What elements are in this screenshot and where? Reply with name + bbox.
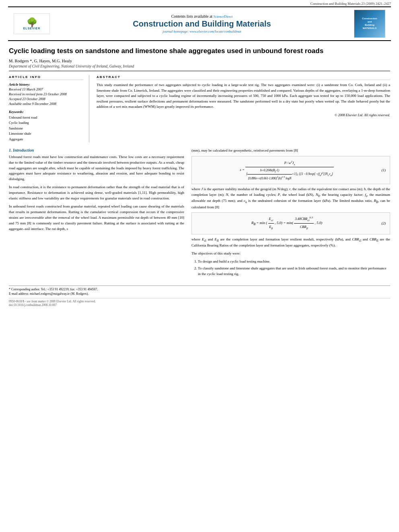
homepage-link: journal homepage: www.elsevier.com/locat…	[54, 29, 350, 33]
objective-2: To classify sandstone and limestone shal…	[198, 266, 390, 277]
contents-text: Contents lists available at	[171, 14, 212, 18]
eq1-description: where J is the aperture stability modulu…	[191, 187, 390, 210]
article-info-abstract-section: ARTICLE INFO Article history: Received 1…	[9, 75, 390, 142]
eq2-label: (2)	[378, 221, 386, 225]
body-col-left: 1. Introduction Unbound forest roads mus…	[9, 148, 184, 278]
keyword-3: Sandstone	[9, 126, 83, 131]
objectives-intro: The objectives of this study were:	[191, 251, 390, 257]
keywords-label: Keywords:	[9, 110, 83, 114]
intro-paragraph-3: In unbound forest roads constructed from…	[9, 204, 184, 232]
accepted-date: Accepted 23 October 2008	[9, 97, 83, 102]
email-note: E-mail address: michael.rodgers@nuigalwa…	[9, 292, 390, 296]
keyword-5: Aggregate	[9, 137, 83, 142]
doi-text: doi:10.1016/j.conbuildmat.2008.10.007	[9, 303, 57, 307]
body-section: 1. Introduction Unbound forest roads mus…	[9, 148, 390, 278]
corresponding-author-note: * Corresponding author. Tel.: +353 91 49…	[9, 288, 390, 291]
article-authors: M. Rodgers *, G. Hayes, M.G. Healy	[9, 59, 390, 63]
right-col-intro: (mm), may be calculated for geosynthetic…	[191, 148, 390, 154]
article-info-column: ARTICLE INFO Article history: Received 1…	[9, 75, 89, 142]
article-main-title: Cyclic loading tests on sandstone and li…	[9, 47, 390, 55]
body-col-right: (mm), may be calculated for geosynthetic…	[191, 148, 390, 278]
keyword-2: Cyclic loading	[9, 120, 83, 126]
journal-header-center: Contents lists available at ScienceDirec…	[54, 14, 350, 33]
abstract-label: ABSTRACT	[97, 75, 390, 80]
received-date: Received 13 March 2007	[9, 87, 83, 92]
page-info-text: Construction and Building Materials 23 (…	[311, 2, 391, 6]
keyword-1: Unbound forest road	[9, 115, 83, 121]
intro-paragraph-2: In road construction, it is the resistan…	[9, 185, 184, 201]
article-history-label: Article history:	[9, 82, 83, 86]
article-footer: * Corresponding author. Tel.: +353 91 49…	[9, 286, 390, 307]
elsevier-label: ELSEVIER	[23, 27, 41, 30]
eq2-description: where Ecl and Efl are the completion lay…	[191, 237, 390, 249]
cbm-cover-title: ConstructionandBuildingMATERIALS	[362, 17, 377, 30]
abstract-text: This study examined the performance of t…	[97, 82, 390, 110]
sciencedirect-link[interactable]: ScienceDirect	[214, 14, 233, 18]
section-1-heading: 1. Introduction	[9, 148, 184, 152]
journal-title: Construction and Building Materials	[54, 19, 350, 29]
article-affiliation: Department of Civil Engineering, Nationa…	[9, 64, 390, 68]
objectives-list: To design and build a cyclic load testin…	[198, 259, 390, 277]
footer-bar: 0950-0618/$ - see front matter © 2008 El…	[9, 298, 390, 307]
elsevier-tree-icon: 🌳	[27, 18, 37, 27]
article-title-section: Cyclic loading tests on sandstone and li…	[9, 41, 390, 71]
equation-1: s = P ⁄ w2Js [	[191, 156, 390, 184]
cbm-cover-image: ConstructionandBuildingMATERIALS	[354, 10, 385, 38]
issn-text: 0950-0618/$ - see front matter © 2008 El…	[9, 300, 96, 303]
keyword-4: Limestone shale	[9, 131, 83, 137]
elsevier-logo: 🌳 ELSEVIER	[14, 13, 50, 34]
contents-available: Contents lists available at ScienceDirec…	[54, 14, 350, 18]
journal-header: 🌳 ELSEVIER Contents lists available at S…	[8, 6, 391, 41]
available-online-date: Available online 9 December 2008	[9, 102, 83, 107]
eq1-label: (1)	[378, 168, 386, 172]
copyright-line: © 2008 Elsevier Ltd. All rights reserved…	[97, 113, 390, 117]
objective-1: To design and build a cyclic load testin…	[198, 259, 390, 265]
revised-date: Received in revised form 23 October 2008	[9, 92, 83, 97]
abstract-column: ABSTRACT This study examined the perform…	[97, 75, 390, 142]
equation-2: RB = min ( Ecl Efl , 5.0) = min( 3.48CBR…	[191, 212, 390, 234]
article-info-label: ARTICLE INFO	[9, 75, 83, 80]
article-content: Cyclic loading tests on sandstone and li…	[9, 41, 390, 307]
intro-paragraph-1: Unbound forest roads must have low const…	[9, 154, 184, 183]
page-info-bar: Construction and Building Materials 23 (…	[0, 0, 399, 6]
